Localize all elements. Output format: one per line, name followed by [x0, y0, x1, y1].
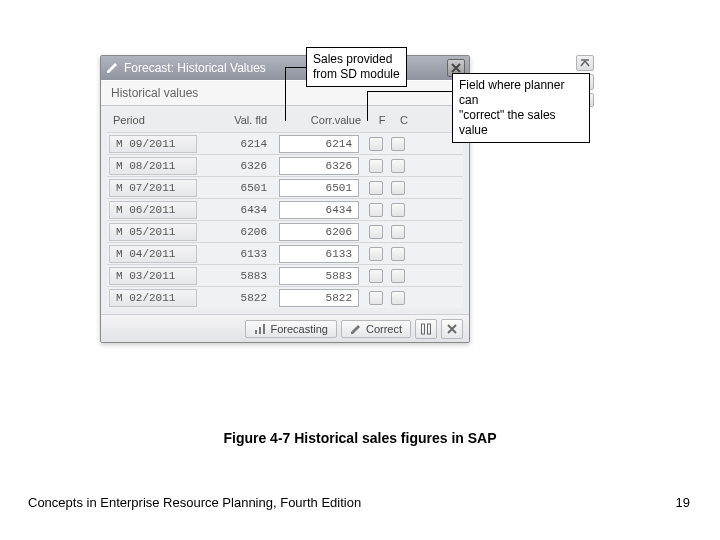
svg-rect-3 — [422, 324, 425, 334]
annotation-line — [367, 91, 453, 92]
cell-val: 6133 — [201, 248, 279, 260]
col-header-f: F — [371, 114, 393, 126]
analytics-icon — [254, 323, 266, 335]
checkbox-f[interactable] — [369, 225, 383, 239]
chart-icon — [420, 323, 432, 335]
cell-corr-input[interactable]: 5883 — [279, 267, 359, 285]
annotation-line — [367, 91, 368, 121]
checkbox-f[interactable] — [369, 159, 383, 173]
cell-val: 6206 — [201, 226, 279, 238]
cell-val: 6326 — [201, 160, 279, 172]
correct-button[interactable]: Correct — [341, 320, 411, 338]
page-number: 19 — [676, 495, 690, 510]
cell-val: 6214 — [201, 138, 279, 150]
cell-val: 5883 — [201, 270, 279, 282]
annotation-line — [285, 67, 286, 121]
window-footer: Forecasting Correct — [101, 314, 469, 342]
checkbox-f[interactable] — [369, 247, 383, 261]
checkbox-c[interactable] — [391, 225, 405, 239]
cell-val: 6434 — [201, 204, 279, 216]
table-row: M 06/201164346434 — [107, 198, 463, 220]
forecasting-button[interactable]: Forecasting — [245, 320, 336, 338]
cell-val: 6501 — [201, 182, 279, 194]
col-header-c: C — [393, 114, 415, 126]
table-row: M 04/201161336133 — [107, 242, 463, 264]
checkbox-c[interactable] — [391, 203, 405, 217]
cell-period: M 08/2011 — [109, 157, 197, 175]
svg-rect-4 — [428, 324, 431, 334]
chart-icon-button[interactable] — [415, 319, 437, 339]
checkbox-c[interactable] — [391, 181, 405, 195]
correct-button-label: Correct — [366, 323, 402, 335]
checkbox-f[interactable] — [369, 291, 383, 305]
svg-rect-1 — [259, 327, 261, 334]
checkbox-c[interactable] — [391, 159, 405, 173]
pencil-icon — [350, 323, 362, 335]
checkbox-c[interactable] — [391, 269, 405, 283]
svg-rect-2 — [263, 324, 265, 334]
table-row: M 03/201158835883 — [107, 264, 463, 286]
cell-period: M 04/2011 — [109, 245, 197, 263]
cell-corr-input[interactable]: 6434 — [279, 201, 359, 219]
checkbox-c[interactable] — [391, 247, 405, 261]
cell-period: M 09/2011 — [109, 135, 197, 153]
checkbox-c[interactable] — [391, 137, 405, 151]
scroll-top-button[interactable] — [576, 55, 594, 71]
cancel-icon — [447, 324, 457, 334]
table-row: M 08/201163266326 — [107, 154, 463, 176]
col-header-val: Val. fld — [201, 114, 281, 126]
annotation-line — [285, 67, 307, 68]
col-header-corr: Corr.value — [281, 114, 371, 126]
table-row: M 07/201165016501 — [107, 176, 463, 198]
annotation-sales-provided: Sales provided from SD module — [306, 47, 407, 87]
forecasting-button-label: Forecasting — [270, 323, 327, 335]
figure-caption: Figure 4-7 Historical sales figures in S… — [0, 430, 720, 446]
pencil-icon — [105, 61, 119, 75]
footer-text: Concepts in Enterprise Resource Planning… — [28, 495, 361, 510]
table-row: M 02/201158225822 — [107, 286, 463, 308]
cell-corr-input[interactable]: 5822 — [279, 289, 359, 307]
cell-corr-input[interactable]: 6501 — [279, 179, 359, 197]
historical-table: Period Val. fld Corr.value F C M 09/2011… — [101, 106, 469, 314]
cell-period: M 06/2011 — [109, 201, 197, 219]
table-row: M 09/201162146214 — [107, 132, 463, 154]
checkbox-f[interactable] — [369, 181, 383, 195]
cell-period: M 02/2011 — [109, 289, 197, 307]
svg-rect-0 — [255, 330, 257, 334]
cell-period: M 05/2011 — [109, 223, 197, 241]
cell-period: M 03/2011 — [109, 267, 197, 285]
close-icon — [451, 63, 461, 73]
cell-corr-input[interactable]: 6326 — [279, 157, 359, 175]
checkbox-f[interactable] — [369, 137, 383, 151]
table-row: M 05/201162066206 — [107, 220, 463, 242]
cell-corr-input[interactable]: 6206 — [279, 223, 359, 241]
col-header-period: Period — [109, 114, 201, 126]
cell-period: M 07/2011 — [109, 179, 197, 197]
cell-corr-input[interactable]: 6214 — [279, 135, 359, 153]
checkbox-c[interactable] — [391, 291, 405, 305]
cell-corr-input[interactable]: 6133 — [279, 245, 359, 263]
annotation-field-correct: Field where planner can "correct" the sa… — [452, 73, 590, 143]
checkbox-f[interactable] — [369, 203, 383, 217]
cell-val: 5822 — [201, 292, 279, 304]
checkbox-f[interactable] — [369, 269, 383, 283]
cancel-icon-button[interactable] — [441, 319, 463, 339]
